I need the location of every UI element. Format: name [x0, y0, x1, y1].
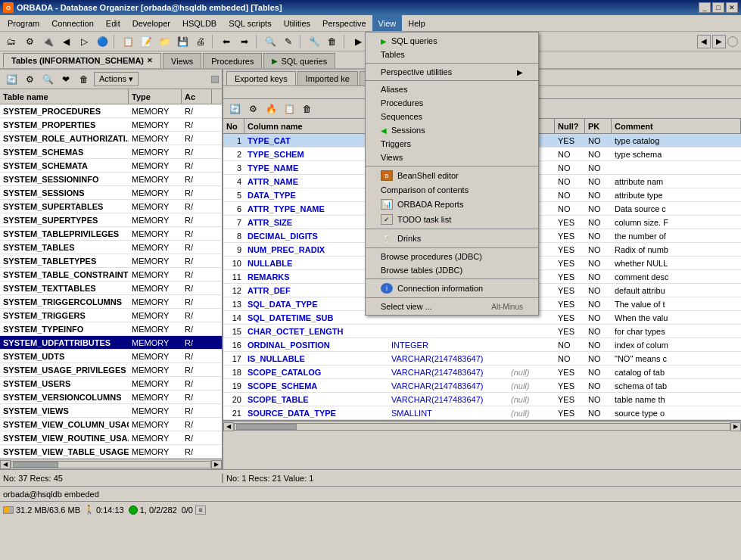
dd-beanshell[interactable]: B BeanShell editor [366, 168, 538, 183]
h-scroll-thumb[interactable] [13, 462, 58, 468]
col-btn-1[interactable]: 🔄 [226, 101, 243, 117]
table-row[interactable]: SYSTEM_SUPERTABLESMEMORYR/ [0, 200, 222, 213]
menu-perspective[interactable]: Perspective [316, 15, 372, 31]
right-h-scrollbar[interactable]: ◀ ▶ [223, 421, 741, 431]
panel-btn-1[interactable]: 🔄 [3, 71, 20, 88]
tb-btn-4[interactable]: ◀ [58, 33, 74, 50]
table-row[interactable]: SYSTEM_SCHEMATAMEMORYR/ [0, 159, 222, 173]
tb-btn-13[interactable]: ➡ [236, 33, 253, 50]
table-row[interactable]: SYSTEM_USERSMEMORYR/ [0, 377, 222, 390]
table-row[interactable]: SYSTEM_UDTSMEMORYR/ [0, 350, 222, 363]
table-row[interactable]: SYSTEM_VIEWSMEMORYR/ [0, 404, 222, 418]
collapse-button[interactable] [211, 76, 219, 83]
col-row[interactable]: 15 CHAR_OCTET_LENGTH YES NO for char typ… [223, 325, 741, 338]
dd-comparison[interactable]: Comparison of contents [366, 183, 538, 197]
tb-btn-5[interactable]: ▷ [76, 33, 92, 50]
menu-sql-scripts[interactable]: SQL scripts [223, 15, 277, 31]
tab-views[interactable]: Views [163, 53, 201, 68]
h-scroll-left[interactable]: ◀ [0, 460, 11, 469]
table-row[interactable]: SYSTEM_TABLETYPESMEMORYR/ [0, 254, 222, 268]
nav-left-button[interactable]: ◀ [697, 35, 711, 48]
tab-tables-close[interactable]: ✕ [147, 57, 153, 64]
col-btn-5[interactable]: 🗑 [299, 101, 316, 117]
table-row-selected[interactable]: SYSTEM_UDFATTRIBUTESMEMORYR/ [0, 336, 222, 350]
nav-right-button[interactable]: ▶ [712, 35, 726, 48]
dd-procedures[interactable]: Procedures [366, 96, 538, 110]
table-row[interactable]: SYSTEM_ROLE_AUTHORIZATI...MEMORYR/ [0, 132, 222, 145]
tb-btn-12[interactable]: ⬅ [218, 33, 235, 50]
panel-btn-5[interactable]: 🗑 [76, 71, 92, 88]
table-row[interactable]: SYSTEM_TRIGGERSMEMORYR/ [0, 309, 222, 322]
tab-sql-queries[interactable]: ▶ SQL queries [263, 53, 335, 68]
dd-aliases[interactable]: Aliases [366, 82, 538, 96]
dd-perspective-utilities[interactable]: Perspective utilities ▶ [366, 65, 538, 79]
col-row[interactable]: 18 SCOPE_CATALOG VARCHAR(2147483647) (nu… [223, 366, 741, 379]
table-row[interactable]: SYSTEM_TYPEINFOMEMORYR/ [0, 322, 222, 336]
menu-view[interactable]: View [372, 15, 403, 31]
actions-button[interactable]: Actions ▾ [94, 72, 139, 86]
col-row[interactable]: 20 SCOPE_TABLE VARCHAR(2147483647) (null… [223, 393, 741, 406]
table-row[interactable]: SYSTEM_USAGE_PRIVILEGESMEMORYR/ [0, 363, 222, 377]
table-row[interactable]: SYSTEM_SESSIONINFOMEMORYR/ [0, 173, 222, 186]
col-btn-4[interactable]: 📋 [281, 101, 297, 117]
dd-drinks[interactable]: 🍸 Drinks [366, 231, 538, 246]
tb-btn-17[interactable]: 🗑 [324, 33, 341, 50]
table-row[interactable]: SYSTEM_TABLEPRIVILEGESMEMORYR/ [0, 227, 222, 241]
dd-browse-tables[interactable]: Browse tables (JDBC) [366, 263, 538, 277]
dd-views[interactable]: Views [366, 151, 538, 164]
col-row[interactable]: 17 IS_NULLABLE VARCHAR(2147483647) NO NO… [223, 352, 741, 366]
menu-connection[interactable]: Connection [45, 15, 100, 31]
col-row[interactable]: 21 SOURCE_DATA_TYPE SMALLINT (null) YES … [223, 406, 741, 420]
menu-help[interactable]: Help [402, 15, 431, 31]
panel-btn-3[interactable]: 🔍 [39, 71, 56, 88]
tb-btn-14[interactable]: 🔍 [262, 33, 279, 50]
tab-procedures[interactable]: Procedures [203, 53, 262, 68]
tb-btn-9[interactable]: 📁 [156, 33, 173, 50]
col-row[interactable]: 19 SCOPE_SCHEMA VARCHAR(2147483647) (nul… [223, 379, 741, 393]
menu-developer[interactable]: Developer [126, 15, 176, 31]
right-h-scroll-right[interactable]: ▶ [730, 422, 741, 431]
col-btn-3[interactable]: 🔥 [263, 101, 279, 117]
dd-reports[interactable]: 📊 ORBADA Reports [366, 197, 538, 212]
right-h-scroll-thumb[interactable] [236, 424, 297, 430]
dd-select-view[interactable]: Select view ... Alt-Minus [366, 300, 538, 313]
dd-sql-queries[interactable]: ▶ SQL queries [366, 34, 538, 48]
table-row[interactable]: SYSTEM_PROPERTIESMEMORYR/ [0, 118, 222, 132]
table-row[interactable]: SYSTEM_VIEW_ROUTINE_USA...MEMORYR/ [0, 431, 222, 445]
tab-exported-keys[interactable]: Exported keys [226, 71, 296, 86]
table-row[interactable]: SYSTEM_SUPERTYPESMEMORYR/ [0, 213, 222, 227]
tb-btn-7[interactable]: 📋 [120, 33, 136, 50]
table-row[interactable]: SYSTEM_VIEW_TABLE_USAGEMEMORYR/ [0, 445, 222, 459]
dd-todo[interactable]: ✓ TODO task list [366, 212, 538, 227]
table-row[interactable]: SYSTEM_VERSIONCOLUMNSMEMORYR/ [0, 390, 222, 404]
tab-imported-keys[interactable]: Imported ke [297, 71, 358, 86]
tb-btn-1[interactable]: 🗂 [3, 33, 20, 50]
dd-sessions[interactable]: ◀ Sessions [366, 123, 538, 137]
minimize-button[interactable]: _ [699, 2, 711, 13]
table-row[interactable]: SYSTEM_TABLESMEMORYR/ [0, 241, 222, 254]
table-row[interactable]: SYSTEM_PROCEDURESMEMORYR/ [0, 104, 222, 118]
tb-btn-8[interactable]: 📝 [138, 33, 154, 50]
panel-btn-4[interactable]: ❤ [58, 71, 74, 88]
left-h-scrollbar[interactable]: ◀ ▶ [0, 459, 222, 469]
dd-triggers[interactable]: Triggers [366, 137, 538, 151]
menu-edit[interactable]: Edit [100, 15, 126, 31]
table-row[interactable]: SYSTEM_SESSIONSMEMORYR/ [0, 186, 222, 200]
tb-btn-15[interactable]: ✎ [280, 33, 297, 50]
table-row[interactable]: SYSTEM_TABLE_CONSTRAINTSMEMORYR/ [0, 268, 222, 282]
panel-btn-2[interactable]: ⚙ [21, 71, 38, 88]
dd-tables[interactable]: Tables [366, 48, 538, 61]
tb-btn-2[interactable]: ⚙ [21, 33, 38, 50]
other-button[interactable]: ≡ [195, 506, 206, 515]
table-row[interactable]: SYSTEM_TRIGGERCOLUMNSMEMORYR/ [0, 295, 222, 309]
maximize-button[interactable]: □ [712, 2, 724, 13]
tb-btn-16[interactable]: 🔧 [306, 33, 322, 50]
table-row[interactable]: SYSTEM_TEXTTABLESMEMORYR/ [0, 282, 222, 295]
h-scroll-right[interactable]: ▶ [211, 460, 222, 469]
dd-browse-procedures[interactable]: Browse procedures (JDBC) [366, 250, 538, 263]
nav-circle-button[interactable] [727, 36, 738, 47]
menu-utilities[interactable]: Utilities [278, 15, 316, 31]
tb-btn-11[interactable]: 🖨 [192, 33, 209, 50]
table-row[interactable]: SYSTEM_VIEW_COLUMN_USAGEMEMORYR/ [0, 418, 222, 431]
tb-btn-10[interactable]: 💾 [174, 33, 191, 50]
